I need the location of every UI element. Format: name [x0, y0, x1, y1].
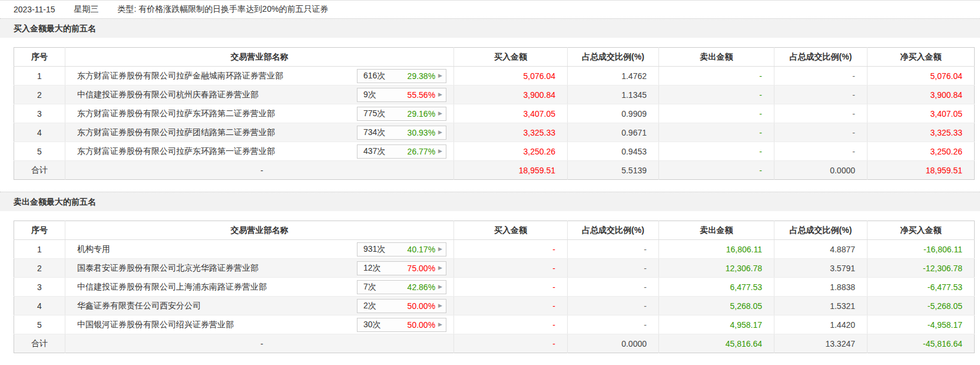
chevron-right-icon: ▶ — [438, 92, 442, 97]
section-title-sell: 卖出金额最大的前五名 — [0, 192, 980, 211]
buy-ratio-cell: 0.9453 — [568, 142, 659, 161]
badge-count: 12次 — [363, 263, 381, 274]
buy-ratio-cell: 0.9671 — [568, 123, 659, 142]
report-header: 2023-11-15 星期三 类型: 有价格涨跌幅限制的日换手率达到20%的前五… — [0, 1, 980, 18]
branch-name: 中信建投证券股份有限公司上海浦东南路证券营业部 — [77, 282, 267, 292]
branch-name: 东方财富证券股份有限公司拉萨金融城南环路证券营业部 — [77, 71, 283, 81]
branch-name: 机构专用 — [77, 244, 110, 255]
buy-amount-cell: - — [454, 259, 568, 278]
buy-amount-cell: 3,407.05 — [454, 104, 568, 123]
rank-cell: 5 — [14, 142, 65, 161]
column-header: 占总成交比例(%) — [774, 48, 868, 67]
buy-top5-table: 序号交易营业部名称买入金额占总成交比例(%)卖出金额占总成交比例(%)净买入金额… — [14, 47, 975, 180]
table-row: 1机构专用931次40.17%▶--16,806.114.8877-16,806… — [14, 240, 975, 259]
badge-percent: 40.17% — [408, 245, 435, 254]
buy-ratio-cell: - — [568, 297, 659, 315]
table-row: 5中国银河证券股份有限公司绍兴证券营业部30次50.00%▶--4,958.17… — [14, 315, 975, 334]
trade-count-badge[interactable]: 775次29.16%▶ — [357, 107, 446, 121]
column-header: 占总成交比例(%) — [568, 48, 659, 67]
buy-ratio-cell: 5.5139 — [568, 161, 659, 180]
net-amount-cell: -12,306.78 — [868, 259, 975, 278]
chevron-right-icon: ▶ — [438, 111, 442, 116]
trade-count-badge[interactable]: 616次29.38%▶ — [357, 69, 446, 83]
rank-cell: 5 — [14, 315, 65, 334]
badge-percent: 75.00% — [408, 264, 435, 273]
buy-amount-cell: - — [454, 278, 568, 297]
trade-count-badge[interactable]: 9次55.56%▶ — [357, 88, 446, 102]
buy-amount-cell: 3,900.84 — [454, 86, 568, 104]
badge-percent: 29.16% — [408, 109, 435, 119]
net-amount-cell: 3,325.33 — [868, 123, 975, 142]
section-title-buy: 买入金额最大的前五名 — [0, 18, 980, 38]
table-row: 4华鑫证券有限责任公司西安分公司2次50.00%▶--5,268.051.532… — [14, 297, 975, 315]
badge-percent: 42.86% — [408, 282, 435, 292]
trade-count-badge[interactable]: 30次50.00%▶ — [357, 318, 446, 332]
rank-cell: 合计 — [14, 334, 65, 353]
net-amount-cell: -16,806.11 — [868, 240, 975, 259]
buy-amount-cell: - — [454, 297, 568, 315]
sell-amount-cell: 12,306.78 — [659, 259, 774, 278]
sell-amount-cell: - — [659, 161, 774, 180]
sell-amount-cell: 5,268.05 — [659, 297, 774, 315]
branch-name: - — [260, 166, 263, 175]
buy-ratio-cell: - — [568, 240, 659, 259]
buy-amount-cell: - — [454, 334, 568, 353]
sell-amount-cell: - — [659, 67, 774, 86]
buy-amount-cell: 3,325.33 — [454, 123, 568, 142]
sell-amount-cell: 6,477.53 — [659, 278, 774, 297]
net-amount-cell: -6,477.53 — [868, 278, 975, 297]
date-text: 2023-11-15 — [14, 5, 55, 14]
buy-amount-cell: 5,076.04 — [454, 67, 568, 86]
branch-name: 国泰君安证券股份有限公司北京光华路证券营业部 — [77, 263, 259, 274]
rank-cell: 2 — [14, 86, 65, 104]
table-row: 1东方财富证券股份有限公司拉萨金融城南环路证券营业部616次29.38%▶5,0… — [14, 67, 975, 86]
chevron-right-icon: ▶ — [438, 73, 442, 78]
badge-percent: 26.77% — [408, 147, 435, 156]
branch-name: - — [260, 339, 263, 348]
column-header: 买入金额 — [454, 48, 568, 67]
buy-amount-cell: - — [454, 240, 568, 259]
net-amount-cell: 5,076.04 — [868, 67, 975, 86]
trade-count-badge[interactable]: 2次50.00%▶ — [357, 299, 446, 313]
table-row: 2国泰君安证券股份有限公司北京光华路证券营业部12次75.00%▶--12,30… — [14, 259, 975, 278]
column-header: 交易营业部名称 — [65, 48, 454, 67]
branch-name-cell: 东方财富证券股份有限公司拉萨团结路第二证券营业部734次30.93%▶ — [65, 123, 454, 142]
report-type-text: 类型: 有价格涨跌幅限制的日换手率达到20%的前五只证券 — [118, 4, 329, 15]
branch-name: 中信建投证券股份有限公司杭州庆春路证券营业部 — [77, 90, 259, 100]
trade-count-badge[interactable]: 734次30.93%▶ — [357, 126, 446, 140]
sell-ratio-cell: - — [774, 104, 868, 123]
badge-count: 775次 — [363, 108, 385, 119]
branch-name-cell: 东方财富证券股份有限公司拉萨东环路第二证券营业部775次29.16%▶ — [65, 104, 454, 123]
badge-count: 931次 — [363, 244, 385, 255]
column-header: 序号 — [14, 48, 65, 67]
badge-count: 30次 — [363, 320, 381, 330]
buy-ratio-cell: 0.9909 — [568, 104, 659, 123]
trade-count-badge[interactable]: 12次75.00%▶ — [357, 261, 446, 275]
column-header: 买入金额 — [454, 221, 568, 240]
trade-count-badge[interactable]: 931次40.17%▶ — [357, 242, 446, 257]
table-row: 3东方财富证券股份有限公司拉萨东环路第二证券营业部775次29.16%▶3,40… — [14, 104, 975, 123]
buy-ratio-cell: - — [568, 259, 659, 278]
sell-amount-cell: - — [659, 123, 774, 142]
badge-percent: 50.00% — [408, 301, 435, 311]
sell-amount-cell: - — [659, 86, 774, 104]
table-row: 5东方财富证券股份有限公司拉萨东环路第一证券营业部437次26.77%▶3,25… — [14, 142, 975, 161]
table-row: 2中信建投证券股份有限公司杭州庆春路证券营业部9次55.56%▶3,900.84… — [14, 86, 975, 104]
branch-name-cell: 中信建投证券股份有限公司上海浦东南路证券营业部7次42.86%▶ — [65, 278, 454, 297]
sell-amount-cell: 4,958.17 — [659, 315, 774, 334]
sell-amount-cell: 45,816.64 — [659, 334, 774, 353]
branch-name: 东方财富证券股份有限公司拉萨东环路第二证券营业部 — [77, 108, 275, 119]
rank-cell: 4 — [14, 123, 65, 142]
chevron-right-icon: ▶ — [438, 322, 442, 327]
sell-ratio-cell: - — [774, 86, 868, 104]
total-row: 合计-18,959.515.5139-0.000018,959.51 — [14, 161, 975, 180]
sell-top5-table: 序号交易营业部名称买入金额占总成交比例(%)卖出金额占总成交比例(%)净买入金额… — [14, 221, 975, 353]
column-header: 占总成交比例(%) — [568, 221, 659, 240]
sell-amount-cell: - — [659, 104, 774, 123]
badge-count: 7次 — [363, 282, 376, 292]
trade-count-badge[interactable]: 437次26.77%▶ — [357, 144, 446, 159]
net-amount-cell: 3,900.84 — [868, 86, 975, 104]
trade-count-badge[interactable]: 7次42.86%▶ — [357, 280, 446, 294]
badge-count: 437次 — [363, 146, 385, 157]
badge-percent: 30.93% — [408, 128, 435, 137]
